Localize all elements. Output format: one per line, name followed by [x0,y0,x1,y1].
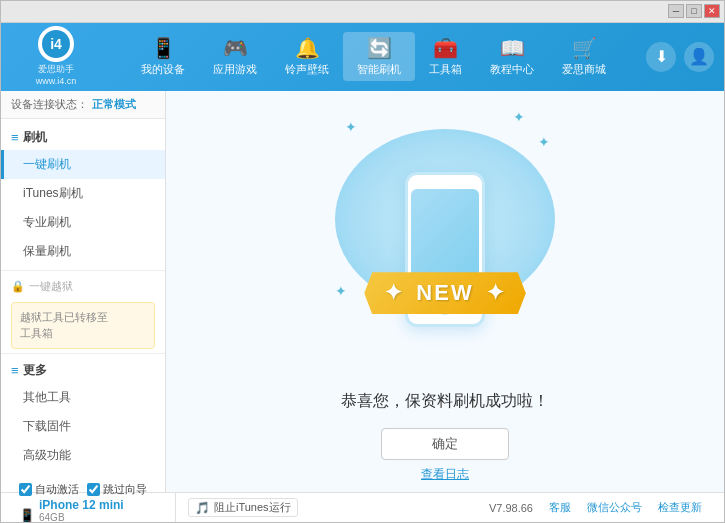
flash-section-label: 刷机 [23,129,47,146]
tutorials-label: 教程中心 [490,62,534,77]
toolbox-label: 工具箱 [429,62,462,77]
nav-smart-flash[interactable]: 🔄 智能刷机 [343,32,415,81]
itunes-label: 阻止iTunes运行 [214,500,291,515]
ringtone-label: 铃声壁纸 [285,62,329,77]
jailbreak-note-text: 越狱工具已转移至工具箱 [20,311,108,340]
locked-label: 一键越狱 [29,279,73,294]
nav-toolbox[interactable]: 🧰 工具箱 [415,32,476,81]
user-button[interactable]: 👤 [684,42,714,72]
status-value: 正常模式 [92,97,136,112]
sidebar-item-itunes-flash[interactable]: iTunes刷机 [1,179,165,208]
ringtone-icon: 🔔 [295,36,320,60]
save-flash-label: 保量刷机 [23,244,71,258]
sidebar-item-one-click-flash[interactable]: 一键刷机 [1,150,165,179]
main-content: ✦ ✦ ✦ ✦ ✦ NEW ✦ [166,91,724,492]
more-section-icon: ≡ [11,363,19,378]
nav-store[interactable]: 🛒 爱思商城 [548,32,620,81]
nav-items: 📱 我的设备 🎮 应用游戏 🔔 铃声壁纸 🔄 智能刷机 🧰 工具箱 📖 [101,32,646,81]
advanced-label: 高级功能 [23,448,71,462]
more-section-label: 更多 [23,362,47,379]
status-label: 设备连接状态： [11,97,88,112]
confirm-button[interactable]: 确定 [381,428,509,460]
jailbreak-note: 越狱工具已转移至工具箱 [11,302,155,349]
toolbox-icon: 🧰 [433,36,458,60]
smart-flash-label: 智能刷机 [357,62,401,77]
version-label: V7.98.66 [489,502,533,514]
logo-icon: i4 [42,30,70,58]
sidebar-item-advanced[interactable]: 高级功能 [1,441,165,470]
logo-circle: i4 [38,26,74,62]
locked-section: 🔒 一键越狱 [1,275,165,298]
store-label: 爱思商城 [562,62,606,77]
device-name: iPhone 12 mini [39,498,124,512]
status-bar: 设备连接状态： 正常模式 [1,91,165,119]
new-banner: ✦ NEW ✦ [364,272,526,314]
itunes-flash-label: iTunes刷机 [23,186,83,200]
itunes-icon: 🎵 [195,501,210,515]
flash-section-header: ≡ 刷机 [1,125,165,150]
tutorials-icon: 📖 [500,36,525,60]
nav-right: ⬇ 👤 [646,42,714,72]
sidebar-divider-1 [1,270,165,271]
bottom-bar: 自动激活 跳过向导 📱 iPhone 12 mini 64GB Down-12m… [1,492,724,522]
apps-games-icon: 🎮 [223,36,248,60]
skip-wizard-checkbox[interactable]: 跳过向导 [87,482,147,497]
nav-tutorials[interactable]: 📖 教程中心 [476,32,548,81]
more-section-header: ≡ 更多 [1,358,165,383]
auto-activate-label: 自动激活 [35,482,79,497]
store-icon: 🛒 [572,36,597,60]
title-bar: ─ □ ✕ [1,1,724,23]
other-tools-label: 其他工具 [23,390,71,404]
maximize-button[interactable]: □ [686,4,702,18]
logo-area: i4 爱思助手www.i4.cn [11,26,101,87]
sparkle-4: ✦ [335,283,347,299]
pro-flash-label: 专业刷机 [23,215,71,229]
sidebar-divider-2 [1,353,165,354]
success-text: 恭喜您，保资料刷机成功啦！ [341,391,549,412]
device-icon: 📱 [19,508,35,523]
skip-wizard-input[interactable] [87,483,100,496]
new-star-left: ✦ [384,280,404,305]
auto-activate-checkbox[interactable]: 自动激活 [19,482,79,497]
new-label: NEW [416,280,473,305]
my-device-icon: 📱 [151,36,176,60]
more-section: ≡ 更多 其他工具 下载固件 高级功能 [1,358,165,470]
main-area: 设备连接状态： 正常模式 ≡ 刷机 一键刷机 iTunes刷机 专业刷机 [1,91,724,492]
app-container: ─ □ ✕ i4 爱思助手www.i4.cn 📱 我的设备 🎮 应用游戏 🔔 [0,0,725,523]
top-nav: i4 爱思助手www.i4.cn 📱 我的设备 🎮 应用游戏 🔔 铃声壁纸 🔄 … [1,23,724,91]
sidebar-item-pro-flash[interactable]: 专业刷机 [1,208,165,237]
sparkle-2: ✦ [513,109,525,125]
smart-flash-icon: 🔄 [367,36,392,60]
nav-ringtone[interactable]: 🔔 铃声壁纸 [271,32,343,81]
customer-service-link[interactable]: 客服 [549,500,571,515]
lock-icon: 🔒 [11,280,25,293]
sidebar-item-save-flash[interactable]: 保量刷机 [1,237,165,266]
sidebar: 设备连接状态： 正常模式 ≡ 刷机 一键刷机 iTunes刷机 专业刷机 [1,91,166,492]
history-link[interactable]: 查看日志 [421,466,469,483]
itunes-running[interactable]: 🎵 阻止iTunes运行 [188,498,298,517]
logo-text: 爱思助手www.i4.cn [36,64,77,87]
close-button[interactable]: ✕ [704,4,720,18]
my-device-label: 我的设备 [141,62,185,77]
check-update-link[interactable]: 检查更新 [658,500,702,515]
minimize-button[interactable]: ─ [668,4,684,18]
flash-section-icon: ≡ [11,130,19,145]
device-storage: 64GB [39,512,65,523]
apps-games-label: 应用游戏 [213,62,257,77]
skip-wizard-label: 跳过向导 [103,482,147,497]
sparkle-3: ✦ [538,134,550,150]
one-click-flash-label: 一键刷机 [23,157,71,171]
sidebar-item-other-tools[interactable]: 其他工具 [1,383,165,412]
sparkle-1: ✦ [345,119,357,135]
flash-section: ≡ 刷机 一键刷机 iTunes刷机 专业刷机 保量刷机 [1,125,165,266]
new-ribbon: ✦ NEW ✦ [364,272,526,314]
phone-illustration: ✦ ✦ ✦ ✦ ✦ NEW ✦ [325,99,565,379]
nav-my-device[interactable]: 📱 我的设备 [127,32,199,81]
download-firmware-label: 下载固件 [23,419,71,433]
sidebar-item-download-firmware[interactable]: 下载固件 [1,412,165,441]
new-star-right: ✦ [486,280,506,305]
nav-apps-games[interactable]: 🎮 应用游戏 [199,32,271,81]
download-button[interactable]: ⬇ [646,42,676,72]
auto-activate-input[interactable] [19,483,32,496]
wechat-link[interactable]: 微信公众号 [587,500,642,515]
